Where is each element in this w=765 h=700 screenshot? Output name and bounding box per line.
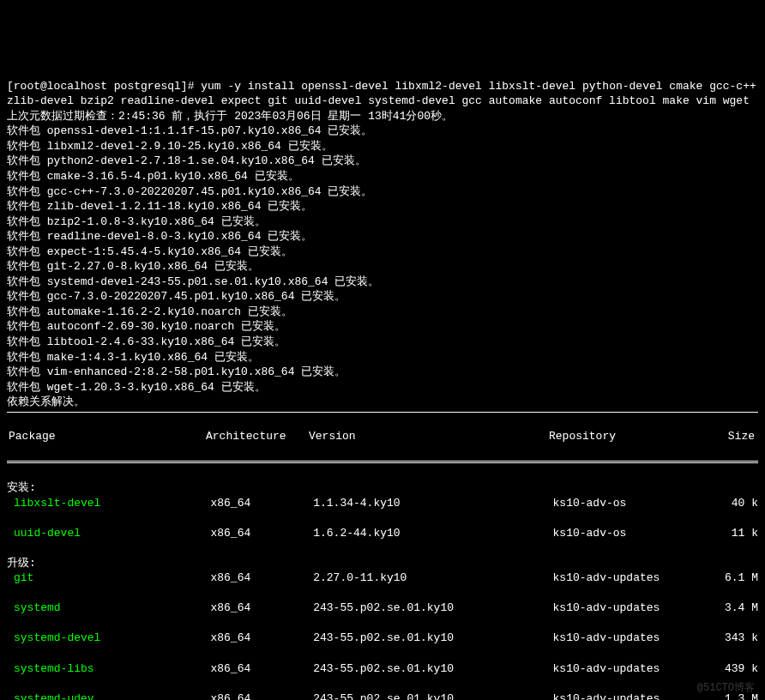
pkg-size: 40 k	[707, 496, 758, 511]
pkg-arch: x86_64	[210, 631, 313, 646]
pkg-repo: ks10-adv-os	[553, 496, 708, 511]
pkg-size: 439 k	[707, 661, 758, 677]
shell-prompt: [root@localhost postgresql]#	[7, 80, 201, 93]
pkg-name: uuid-devel	[7, 526, 210, 541]
pkg-version: 243-55.p02.se.01.ky10	[313, 661, 552, 677]
pkg-arch: x86_64	[210, 570, 313, 586]
table-row: gitx86_642.27.0-11.ky10ks10-adv-updates6…	[7, 570, 758, 586]
installed-line: 软件包 cmake-3.16.5-4.p01.ky10.x86_64 已安装。	[7, 170, 299, 183]
table-row: uuid-develx86_641.6.2-44.ky10ks10-adv-os…	[7, 526, 758, 541]
pkg-name: systemd	[7, 600, 210, 616]
pkg-size: 11 k	[707, 526, 758, 541]
already-installed-list: 软件包 openssl-devel-1:1.1.1f-15.p07.ky10.x…	[7, 124, 758, 395]
pkg-arch: x86_64	[210, 600, 313, 616]
installed-line: 软件包 make-1:4.3-1.ky10.x86_64 已安装。	[7, 351, 259, 364]
pkg-version: 243-55.p02.se.01.ky10	[313, 600, 552, 616]
table-row: systemd-develx86_64243-55.p02.se.01.ky10…	[7, 631, 758, 646]
pkg-size: 343 k	[707, 631, 758, 646]
pkg-name: systemd-libs	[7, 661, 210, 677]
divider	[7, 412, 758, 413]
pkg-version: 243-55.p02.se.01.ky10	[313, 691, 552, 700]
installed-line: 软件包 readline-devel-8.0-3.ky10.x86_64 已安装…	[7, 230, 312, 243]
table-row: systemd-libsx86_64243-55.p02.se.01.ky10k…	[7, 661, 758, 677]
pkg-arch: x86_64	[210, 661, 313, 677]
installed-line: 软件包 zlib-devel-1.2.11-18.ky10.x86_64 已安装…	[7, 200, 312, 213]
installed-line: 软件包 vim-enhanced-2:8.2-58.p01.ky10.x86_6…	[7, 365, 346, 378]
pkg-repo: ks10-adv-updates	[553, 570, 708, 586]
install-rows: libxslt-develx86_641.1.34-4.ky10ks10-adv…	[7, 496, 758, 556]
installed-line: 软件包 git-2.27.0-8.ky10.x86_64 已安装。	[7, 260, 259, 273]
installed-line: 软件包 bzip2-1.0.8-3.ky10.x86_64 已安装。	[7, 215, 266, 228]
installed-line: 软件包 gcc-c++-7.3.0-20220207.45.p01.ky10.x…	[7, 185, 372, 198]
table-header: PackageArchitectureVersionRepositorySize	[7, 429, 758, 444]
installed-line: 软件包 libxml2-devel-2.9.10-25.ky10.x86_64 …	[7, 140, 333, 153]
table-row: systemd-udevx86_64243-55.p02.se.01.ky10k…	[7, 691, 758, 700]
pkg-version: 1.6.2-44.ky10	[313, 526, 552, 541]
section-install: 安装:	[7, 481, 36, 494]
pkg-size: 6.1 M	[707, 570, 758, 586]
divider-double	[7, 461, 758, 463]
installed-line: 软件包 automake-1.16.2-2.ky10.noarch 已安装。	[7, 305, 292, 318]
pkg-size: 3.4 M	[707, 600, 758, 616]
pkg-arch: x86_64	[210, 496, 313, 511]
installed-line: 软件包 wget-1.20.3-3.ky10.x86_64 已安装。	[7, 381, 266, 394]
pkg-version: 243-55.p02.se.01.ky10	[313, 631, 552, 646]
table-row: libxslt-develx86_641.1.34-4.ky10ks10-adv…	[7, 496, 758, 511]
pkg-name: systemd-devel	[7, 631, 210, 646]
installed-line: 软件包 openssl-devel-1:1.1.1f-15.p07.ky10.x…	[7, 124, 372, 137]
table-row: systemdx86_64243-55.p02.se.01.ky10ks10-a…	[7, 600, 758, 616]
installed-line: 软件包 systemd-devel-243-55.p01.se.01.ky10.…	[7, 275, 379, 288]
col-package: Package	[7, 429, 206, 444]
terminal-output: [root@localhost postgresql]# yum -y inst…	[7, 63, 758, 700]
pkg-version: 1.1.34-4.ky10	[313, 496, 552, 511]
col-repo: Repository	[549, 429, 703, 444]
pkg-name: systemd-udev	[7, 691, 210, 700]
pkg-version: 2.27.0-11.ky10	[313, 570, 552, 586]
installed-line: 软件包 expect-1:5.45.4-5.ky10.x86_64 已安装。	[7, 245, 292, 258]
installed-line: 软件包 gcc-7.3.0-20220207.45.p01.ky10.x86_6…	[7, 290, 346, 303]
installed-line: 软件包 libtool-2.4.6-33.ky10.x86_64 已安装。	[7, 335, 286, 348]
pkg-name: libxslt-devel	[7, 496, 210, 511]
pkg-repo: ks10-adv-updates	[553, 691, 708, 700]
dep-resolved: 依赖关系解决。	[7, 395, 85, 408]
section-upgrade: 升级:	[7, 557, 36, 570]
col-version: Version	[309, 429, 549, 444]
pkg-repo: ks10-adv-updates	[553, 631, 708, 646]
installed-line: 软件包 python2-devel-2.7.18-1.se.04.ky10.x8…	[7, 154, 366, 167]
pkg-repo: ks10-adv-updates	[553, 661, 708, 677]
col-size: Size	[703, 429, 755, 444]
upgrade-rows: gitx86_642.27.0-11.ky10ks10-adv-updates6…	[7, 570, 758, 700]
pkg-arch: x86_64	[210, 526, 313, 541]
metadata-line: 上次元数据过期检查：2:45:36 前，执行于 2023年03月06日 星期一 …	[7, 110, 453, 123]
pkg-repo: ks10-adv-updates	[553, 600, 708, 616]
watermark: @51CTO博客	[697, 681, 755, 695]
pkg-name: git	[7, 570, 210, 586]
pkg-repo: ks10-adv-os	[553, 526, 708, 541]
installed-line: 软件包 autoconf-2.69-30.ky10.noarch 已安装。	[7, 320, 286, 333]
col-arch: Architecture	[206, 429, 309, 444]
pkg-arch: x86_64	[210, 691, 313, 700]
